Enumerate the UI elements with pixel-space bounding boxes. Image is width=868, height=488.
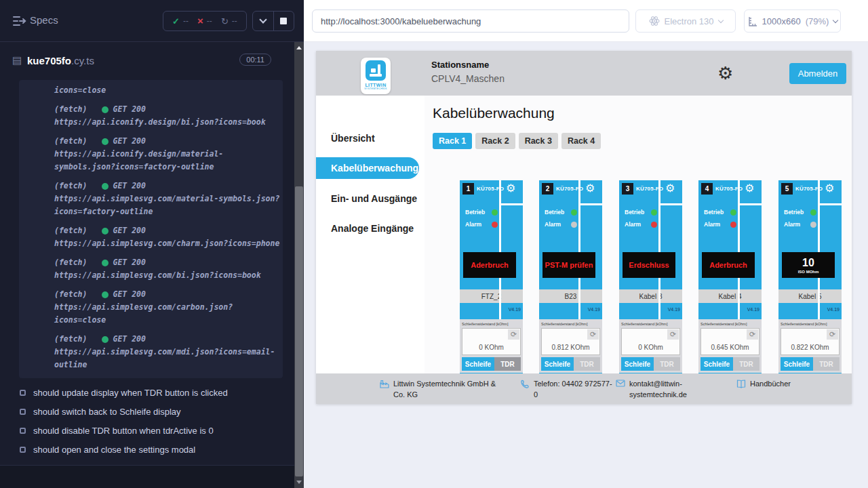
refresh-icon[interactable]: ⟳ [747, 329, 758, 340]
passed-check-icon: ✓ [172, 16, 180, 26]
sidebar-item-analoge-eingaenge[interactable]: Analoge Eingänge [316, 218, 425, 239]
card-settings-gear-icon[interactable]: ⚙ [665, 182, 675, 195]
schleife-button[interactable]: Schleife [462, 357, 494, 371]
url-input[interactable] [313, 10, 629, 32]
browser-select[interactable]: Electron 130 [635, 9, 736, 33]
status-display: 10 ISO MOhm [782, 252, 835, 278]
log-entry[interactable]: (fetch)GET 200 https://api.simplesvg.com… [54, 288, 277, 327]
runner-header: Specs ✓-- ×-- ↻-- [0, 0, 304, 42]
tab-rack-3[interactable]: Rack 3 [519, 133, 558, 149]
status-ok-dot [102, 183, 108, 190]
betrieb-led [651, 209, 657, 216]
loop-resistance-label: Schleifenwiderstand [kOhm] [621, 322, 667, 326]
station-name-value: CPLV4_Maschen [431, 73, 505, 84]
test-item[interactable]: should update display when TDR button is… [0, 383, 285, 402]
stat-pending: ↻-- [221, 16, 237, 26]
collapse-chevron-button[interactable] [253, 12, 273, 30]
alarm-led-row: Alarm [784, 221, 816, 228]
log-entry[interactable]: (fetch)GET 200 https://api.simplesvg.com… [54, 333, 277, 371]
card-settings-gear-icon[interactable]: ⚙ [506, 182, 515, 195]
loop-resistance-label: Schleifenwiderstand [kOhm] [781, 322, 827, 326]
settings-gear-icon[interactable]: ⚙ [717, 62, 733, 85]
phone-icon [521, 380, 530, 401]
viewport-select[interactable]: 1000x660 (79%) [744, 9, 841, 33]
schleife-button[interactable]: Schleife [541, 357, 574, 371]
refresh-icon[interactable]: ⟳ [508, 329, 519, 340]
url-bar [312, 9, 629, 33]
footer-email[interactable]: kontakt@littwin-systemtechnik.de [616, 379, 705, 401]
tab-rack-2[interactable]: Rack 2 [475, 133, 515, 149]
scroll-up-arrow[interactable] [296, 46, 302, 49]
device-card: 2 KÜ705-FO ⚙ Betrieb Alarm PST-M prüfen … [539, 180, 602, 373]
sidebar-item-kabelueberwachung[interactable]: Kabelüberwachung [316, 157, 419, 179]
value-panel: ⟳ 0.645 KOhm [701, 328, 760, 355]
test-item[interactable]: should open and close the settings modal [0, 440, 285, 459]
alarm-led [810, 222, 816, 228]
status-display: Aderbruch [463, 252, 516, 278]
tdr-button[interactable]: TDR [813, 357, 840, 371]
cable-name: FTZ_2 [460, 289, 523, 303]
tab-rack-1[interactable]: Rack 1 [433, 133, 472, 149]
pending-test-icon [20, 390, 26, 396]
footer-manuals[interactable]: Handbücher [736, 379, 791, 390]
log-entry[interactable]: (fetch)GET 200 https://api.iconify.desig… [54, 103, 277, 129]
scrollbar-thumb[interactable] [295, 186, 303, 476]
littwin-logo-icon [366, 60, 386, 81]
resistance-value: 0.812 KOhm [542, 344, 599, 351]
card-settings-gear-icon[interactable]: ⚙ [585, 182, 595, 195]
alarm-led-row: Alarm [465, 221, 498, 228]
tdr-button[interactable]: TDR [733, 357, 760, 371]
stat-failed: ×-- [197, 16, 212, 26]
tab-rack-4[interactable]: Rack 4 [561, 133, 601, 149]
log-entry[interactable]: (fetch)GET 200 https://api.iconify.desig… [54, 135, 277, 174]
email-icon [616, 380, 625, 401]
test-item[interactable]: should disable TDR button when tdrActive… [0, 421, 285, 440]
device-card: 1 KÜ705-FO ⚙ Betrieb Alarm Aderbruch FTZ… [460, 180, 523, 373]
tdr-button[interactable]: TDR [654, 357, 680, 371]
electron-icon [649, 16, 660, 26]
cable-name: Kabel 5 [778, 289, 842, 303]
loop-resistance-label: Schleifenwiderstand [kOhm] [541, 322, 587, 326]
test-stats: ✓-- ×-- ↻-- [163, 11, 247, 31]
log-overflow-line: icons=close [54, 84, 281, 97]
firmware-version: V4.19 [588, 307, 600, 312]
runner-scrollbar[interactable] [294, 42, 304, 488]
schleife-button[interactable]: Schleife [781, 357, 813, 371]
loop-resistance-label: Schleifenwiderstand [kOhm] [701, 322, 747, 326]
stop-button[interactable] [273, 12, 294, 30]
book-icon [736, 380, 746, 390]
card-settings-gear-icon[interactable]: ⚙ [825, 182, 834, 195]
log-entry[interactable]: (fetch)GET 200 https://api.simplesvg.com… [54, 224, 277, 250]
tdr-button[interactable]: TDR [494, 357, 521, 371]
scroll-down-arrow[interactable] [296, 481, 302, 484]
card-settings-gear-icon[interactable]: ⚙ [745, 182, 754, 195]
value-panel: ⟳ 0.822 KOhm [781, 328, 840, 355]
log-entry[interactable]: (fetch)GET 200 https://api.simplesvg.com… [54, 180, 277, 218]
betrieb-led [492, 209, 498, 216]
spec-file-row[interactable]: ▤ kue705fo.cy.ts 00:11 [0, 47, 285, 75]
screen: Specs ✓-- ×-- ↻-- ▤ kue705fo.cy.ts 00:11… [0, 0, 868, 488]
alarm-led-row: Alarm [704, 221, 736, 228]
tdr-button[interactable]: TDR [574, 357, 600, 371]
refresh-icon[interactable]: ⟳ [827, 329, 838, 340]
refresh-icon[interactable]: ⟳ [587, 329, 599, 340]
specs-label[interactable]: Specs [30, 14, 58, 26]
ruler-icon [747, 16, 757, 26]
spec-name: kue705fo.cy.ts [27, 55, 94, 66]
sidebar-item-uebersicht[interactable]: Übersicht [316, 128, 425, 148]
station-name-label: Stationsname [431, 60, 489, 70]
specs-menu-icon[interactable] [12, 15, 27, 30]
log-entry[interactable]: (fetch)GET 200 https://api.simplesvg.com… [54, 256, 277, 282]
logout-button[interactable]: Abmelden [789, 63, 846, 84]
app-header: LITTWIN SYSTEMTECHNIK Stationsname CPLV4… [316, 51, 852, 96]
app-under-test: LITTWIN SYSTEMTECHNIK Stationsname CPLV4… [316, 51, 852, 404]
status-ok-dot [102, 336, 108, 343]
refresh-icon[interactable]: ⟳ [667, 329, 679, 340]
test-item[interactable]: should switch back to Schleife display [0, 402, 285, 421]
schleife-button[interactable]: Schleife [621, 357, 654, 371]
sidebar-item-ein-und-ausgaenge[interactable]: Ein- und Ausgänge [316, 188, 425, 209]
cable-name: Kabel 3 [619, 289, 682, 303]
pending-test-icon [20, 428, 26, 434]
runner-bottom-area [0, 466, 294, 488]
schleife-button[interactable]: Schleife [701, 357, 733, 371]
